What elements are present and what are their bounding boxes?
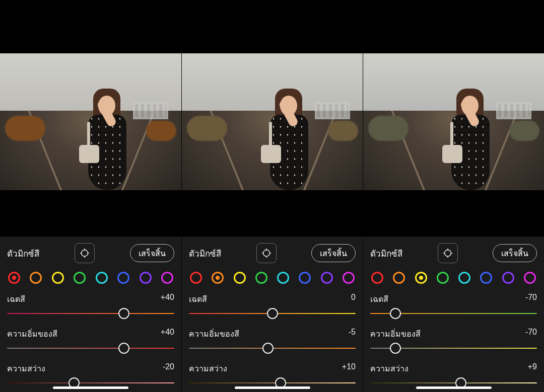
controls-area: ตัวมิกซ์สี เสร็จสิ้น เฉดสี +40 ความอิ่มข…: [0, 237, 181, 392]
slider-knob[interactable]: [262, 343, 274, 354]
slider-track[interactable]: [7, 379, 174, 387]
slider-label: เฉดสี: [370, 293, 388, 305]
editor-panel: ตัวมิกซ์สี เสร็จสิ้น เฉดสี +40 ความอิ่มข…: [0, 0, 181, 392]
crosshair-icon: [261, 248, 272, 259]
slider-label: ความสว่าง: [189, 362, 227, 375]
slider-label: ความอิ่มของสี: [189, 328, 239, 340]
editor-panel: ตัวมิกซ์สี เสร็จสิ้น เฉดสี 0 ความอิ่มของ…: [181, 0, 363, 392]
hue-slider: เฉดสี 0: [189, 293, 356, 318]
slider-track[interactable]: [370, 379, 537, 387]
svg-point-10: [444, 250, 451, 257]
color-swatch[interactable]: [502, 272, 514, 284]
color-swatch[interactable]: [96, 272, 108, 284]
slider-label: ความอิ่มของสี: [370, 328, 421, 340]
color-swatch[interactable]: [437, 272, 449, 284]
slider-value: +40: [161, 293, 174, 305]
color-swatch-row: [8, 272, 173, 284]
color-swatch[interactable]: [255, 272, 267, 284]
slider-knob[interactable]: [390, 343, 401, 354]
color-swatch[interactable]: [343, 272, 355, 284]
home-indicator[interactable]: [416, 386, 492, 389]
slider-label: ความอิ่มของสี: [7, 328, 57, 340]
luminance-slider: ความสว่าง -20: [7, 362, 174, 387]
slider-track[interactable]: [370, 344, 537, 352]
slider-track[interactable]: [7, 344, 174, 352]
done-button[interactable]: เสร็จสิ้น: [311, 244, 356, 262]
slider-value: 0: [351, 293, 356, 305]
section-title: ตัวมิกซ์สี: [189, 247, 221, 260]
home-indicator[interactable]: [235, 386, 310, 389]
editor-panel: ตัวมิกซ์สี เสร็จสิ้น เฉดสี -70 ความอิ่มข…: [363, 0, 544, 392]
photo-preview[interactable]: [0, 53, 181, 190]
slider-value: -70: [525, 293, 537, 305]
slider-value: -20: [163, 362, 174, 375]
color-swatch[interactable]: [371, 272, 383, 284]
slider-track[interactable]: [189, 309, 356, 318]
color-swatch[interactable]: [393, 272, 405, 284]
slider-label: เฉดสี: [189, 293, 207, 305]
done-button[interactable]: เสร็จสิ้น: [493, 244, 537, 262]
hue-slider: เฉดสี -70: [370, 293, 537, 318]
saturation-slider: ความอิ่มของสี -70: [370, 328, 537, 352]
color-swatch[interactable]: [299, 272, 311, 284]
slider-value: -5: [349, 328, 356, 340]
saturation-slider: ความอิ่มของสี -5: [189, 328, 356, 352]
color-swatch[interactable]: [30, 272, 42, 284]
slider-track[interactable]: [370, 309, 537, 318]
crosshair-icon: [442, 248, 453, 259]
done-button[interactable]: เสร็จสิ้น: [130, 244, 174, 262]
crosshair-icon: [79, 248, 90, 259]
slider-track[interactable]: [7, 309, 174, 318]
color-swatch-row: [371, 272, 536, 284]
slider-label: ความสว่าง: [370, 362, 409, 375]
color-swatch[interactable]: [277, 272, 289, 284]
slider-knob[interactable]: [118, 308, 129, 319]
slider-value: +40: [161, 328, 174, 340]
color-swatch[interactable]: [140, 272, 152, 284]
photo-preview[interactable]: [363, 53, 544, 190]
targeted-adjustment-button[interactable]: [438, 243, 458, 263]
saturation-slider: ความอิ่มของสี +40: [7, 328, 174, 352]
slider-value: +10: [342, 362, 356, 375]
color-swatch[interactable]: [480, 272, 492, 284]
slider-label: เฉดสี: [7, 293, 25, 305]
color-swatch[interactable]: [8, 272, 20, 284]
section-title: ตัวมิกซ์สี: [7, 247, 39, 260]
section-title: ตัวมิกซ์สี: [370, 247, 402, 260]
color-swatch[interactable]: [117, 272, 129, 284]
color-swatch[interactable]: [234, 272, 246, 284]
color-swatch[interactable]: [524, 272, 536, 284]
color-swatch[interactable]: [190, 272, 202, 284]
slider-value: -70: [525, 328, 537, 340]
color-swatch[interactable]: [321, 272, 333, 284]
controls-area: ตัวมิกซ์สี เสร็จสิ้น เฉดสี 0 ความอิ่มของ…: [182, 237, 363, 392]
color-swatch-row: [190, 272, 355, 284]
color-swatch[interactable]: [74, 272, 86, 284]
controls-area: ตัวมิกซ์สี เสร็จสิ้น เฉดสี -70 ความอิ่มข…: [363, 237, 544, 392]
color-swatch[interactable]: [212, 272, 224, 284]
panels-container: ตัวมิกซ์สี เสร็จสิ้น เฉดสี +40 ความอิ่มข…: [0, 0, 544, 392]
svg-point-0: [82, 250, 88, 257]
color-swatch[interactable]: [458, 272, 470, 284]
color-swatch[interactable]: [52, 272, 64, 284]
slider-knob[interactable]: [267, 308, 278, 319]
slider-knob[interactable]: [390, 308, 401, 319]
photo-preview[interactable]: [182, 53, 363, 190]
luminance-slider: ความสว่าง +9: [370, 362, 537, 387]
slider-track[interactable]: [189, 344, 356, 352]
hue-slider: เฉดสี +40: [7, 293, 174, 318]
targeted-adjustment-button[interactable]: [75, 243, 95, 263]
luminance-slider: ความสว่าง +10: [189, 362, 356, 387]
slider-track[interactable]: [189, 379, 356, 387]
color-swatch[interactable]: [415, 272, 427, 284]
slider-value: +9: [528, 362, 537, 375]
home-indicator[interactable]: [53, 386, 128, 389]
slider-label: ความสว่าง: [7, 362, 45, 375]
slider-knob[interactable]: [118, 343, 129, 354]
color-swatch[interactable]: [161, 272, 173, 284]
svg-point-5: [263, 250, 269, 257]
targeted-adjustment-button[interactable]: [256, 243, 277, 263]
